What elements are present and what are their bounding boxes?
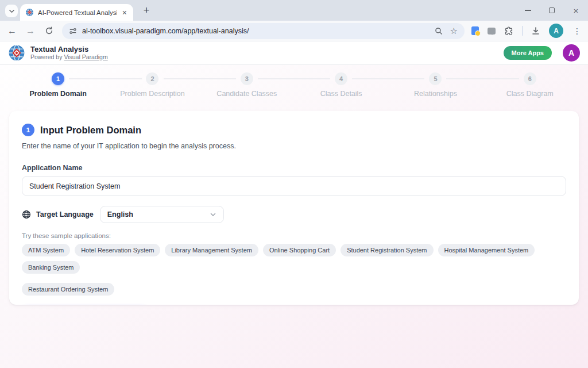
app-header: Textual Analysis Powered by Visual Parad… [0,41,588,65]
more-apps-button[interactable]: More Apps [504,46,552,60]
chevron-down-icon [210,211,216,218]
sample-chip[interactable]: Hospital Management System [438,244,535,256]
step-number: 4 [335,72,347,85]
maximize-icon [549,7,555,13]
step-candidate-classes[interactable]: 3Candidate Classes [200,72,294,98]
close-icon: × [574,6,579,15]
reload-icon [45,26,53,35]
visual-paradigm-link[interactable]: Visual Paradigm [64,53,107,60]
step-problem-domain[interactable]: 1Problem Domain [11,72,105,98]
sample-chip[interactable]: Banking System [22,261,80,274]
window-maximize-button[interactable] [540,0,564,21]
extension-doc-icon[interactable] [471,26,479,35]
sample-chips: ATM SystemHotel Reservation SystemLibrar… [22,244,566,296]
toolbar-separator [522,26,523,36]
sample-chip[interactable]: Hotel Reservation System [75,244,160,256]
extension-bubble-icon[interactable] [488,28,496,34]
step-label: Problem Domain [11,90,105,98]
step-label: Class Details [294,90,388,98]
bookmark-star-icon[interactable]: ☆ [450,26,458,35]
card-title: Input Problem Domain [40,125,141,136]
step-number: 2 [146,72,158,85]
site-info-tune-icon[interactable] [69,27,77,35]
browser-toolbar: ← → ai-toolbox.visual-paradigm.com/app/t… [0,21,588,41]
step-number: 3 [241,72,253,85]
target-language-label: Target Language [36,210,94,218]
step-number: 5 [429,72,442,85]
browser-tab[interactable]: AI-Powered Textual Analysis for × [20,4,133,21]
application-name-label: Application Name [22,164,566,172]
browser-titlebar: AI-Powered Textual Analysis for × + × [0,0,588,21]
application-name-input[interactable] [22,176,566,196]
step-class-diagram[interactable]: 6Class Diagram [483,72,577,98]
address-bar[interactable]: ai-toolbox.visual-paradigm.com/app/textu… [62,23,465,39]
extensions-puzzle-icon[interactable] [504,26,513,36]
sample-chip[interactable]: Online Shopping Cart [263,244,336,256]
problem-domain-card: 1 Input Problem Domain Enter the name of… [9,111,579,305]
tab-close-icon[interactable]: × [121,9,128,17]
downloads-icon[interactable] [531,26,540,36]
sample-chip[interactable]: ATM System [22,244,70,256]
samples-label: Try these sample applications: [22,232,566,239]
app-title: Textual Analysis [30,45,108,53]
back-icon: ← [7,26,17,36]
step-label: Candidate Classes [200,90,294,98]
minimize-icon [525,10,531,11]
favicon-visual-paradigm-icon [25,8,34,17]
card-step-number: 1 [22,124,34,136]
back-button[interactable]: ← [6,26,18,36]
step-number: 6 [524,72,536,85]
step-label: Problem Description [105,90,199,98]
url-text[interactable]: ai-toolbox.visual-paradigm.com/app/textu… [82,27,430,35]
reload-button[interactable] [42,26,55,35]
zoom-icon[interactable] [435,27,443,35]
extensions-area: A ⋮ [471,24,582,38]
sample-chip[interactable]: Library Management System [165,244,258,256]
user-avatar[interactable]: A [563,44,580,62]
page-body: Textual Analysis Powered by Visual Parad… [0,41,588,368]
step-problem-description[interactable]: 2Problem Description [105,72,199,98]
forward-button[interactable]: → [24,26,37,36]
step-number: 1 [52,72,64,85]
step-label: Class Diagram [483,90,577,98]
window-controls: × [516,0,588,21]
forward-icon: → [26,26,35,36]
tab-search-button[interactable] [5,5,18,17]
step-class-details[interactable]: 4Class Details [294,72,388,98]
sample-chip[interactable]: Student Registration System [341,244,433,256]
window-minimize-button[interactable] [516,0,540,21]
browser-profile-avatar[interactable]: A [549,24,563,38]
language-select[interactable]: English [100,206,224,223]
window-close-button[interactable]: × [564,0,588,21]
card-description: Enter the name of your IT application to… [22,142,566,150]
chevron-down-icon [9,8,15,14]
step-relationships[interactable]: 5Relationships [388,72,482,98]
powered-by: Powered by Visual Paradigm [30,53,108,61]
globe-icon [22,210,31,219]
browser-menu-kebab-icon[interactable]: ⋮ [572,26,582,36]
new-tab-button[interactable]: + [140,3,153,17]
language-selected-value: English [107,210,133,218]
step-indicator: 1Problem Domain2Problem Description3Cand… [0,65,588,98]
visual-paradigm-logo-icon [8,44,25,62]
tab-title: AI-Powered Textual Analysis for [38,9,117,16]
step-label: Relationships [388,90,482,98]
sample-chip[interactable]: Restaurant Ordering System [22,283,114,296]
powered-by-prefix: Powered by [30,53,64,60]
